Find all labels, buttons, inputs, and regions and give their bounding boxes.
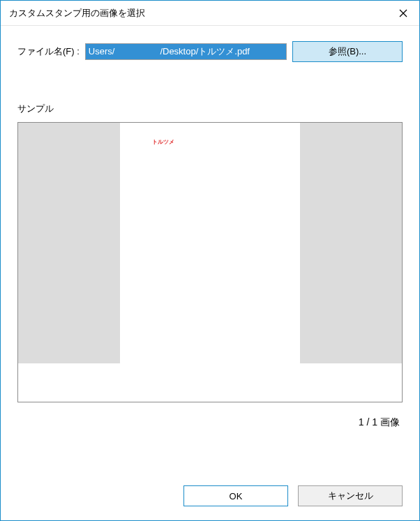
close-icon — [399, 9, 407, 17]
browse-button[interactable]: 参照(B)... — [292, 41, 403, 62]
page-count-label: 1 / 1 画像 — [17, 402, 403, 429]
close-button[interactable] — [387, 1, 419, 26]
titlebar: カスタムスタンプ用の画像を選択 — [1, 1, 419, 26]
file-row: ファイル名(F) : 参照(B)... — [17, 41, 403, 62]
preview-area: トルツメ — [18, 123, 402, 363]
preview-bottom-strip — [18, 363, 402, 402]
file-path-input[interactable] — [85, 43, 287, 60]
dialog-button-row: OK キャンセル — [1, 485, 419, 520]
sample-preview-box: トルツメ — [17, 122, 403, 402]
preview-page: トルツメ — [120, 123, 300, 363]
cancel-button[interactable]: キャンセル — [298, 485, 403, 506]
sample-label: サンプル — [17, 103, 403, 115]
file-label: ファイル名(F) : — [17, 45, 80, 58]
ok-button[interactable]: OK — [183, 485, 288, 506]
dialog-window: カスタムスタンプ用の画像を選択 ファイル名(F) : 参照(B)... サンプル… — [0, 0, 420, 521]
dialog-content: ファイル名(F) : 参照(B)... サンプル トルツメ 1 / 1 画像 — [1, 26, 419, 485]
window-title: カスタムスタンプ用の画像を選択 — [9, 7, 387, 20]
preview-stamp-text: トルツメ — [152, 138, 174, 146]
